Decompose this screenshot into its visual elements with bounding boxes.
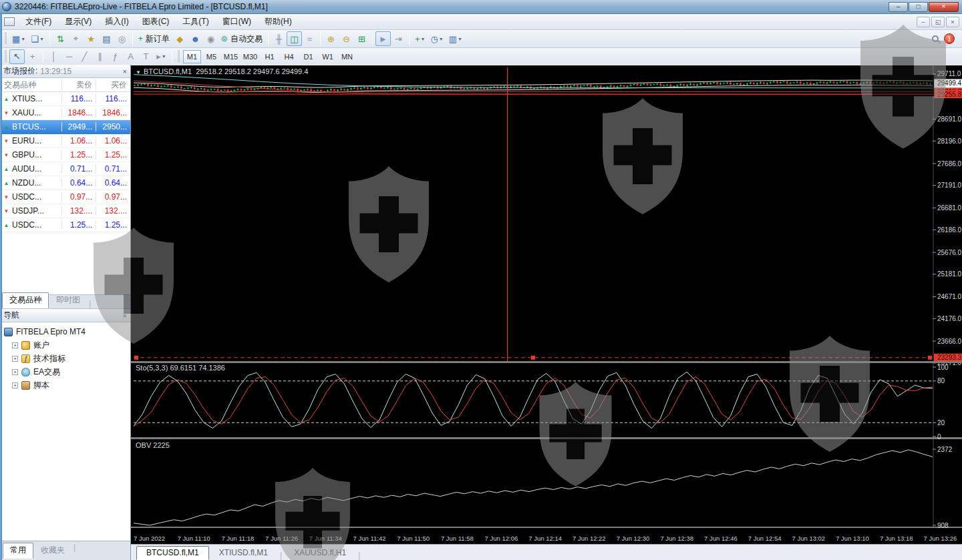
zoom-out-button[interactable]: ⊖ [339, 31, 354, 46]
expert-advisors-icon [21, 368, 30, 376]
vertical-line-button[interactable]: │ [46, 49, 61, 64]
toolbar-grip[interactable] [178, 51, 180, 63]
chart-tab-btcusd[interactable]: BTCUSD.fl,M1 [136, 546, 209, 560]
expand-icon[interactable]: + [12, 369, 18, 375]
timeframe-m5-button[interactable]: M5 [202, 50, 220, 63]
chart-window-icon [4, 17, 15, 26]
svg-text:7 Jun 11:18: 7 Jun 11:18 [221, 535, 254, 542]
market-watch-button[interactable]: ⇅ [53, 31, 68, 46]
table-row[interactable]: ▼EURU...1.06...1.06... [0, 134, 130, 148]
table-row[interactable]: ▲AUDU...0.71...0.71... [0, 162, 130, 176]
symbol-cell: XTIUS... [12, 94, 42, 103]
window-minimize-button[interactable]: – [889, 2, 908, 12]
table-row[interactable]: ▼GBPU...1.25...1.25... [0, 148, 130, 162]
timeframe-m1-button[interactable]: M1 [183, 50, 201, 63]
table-row[interactable]: ▼USDJP...132....132.... [0, 204, 130, 218]
timeframe-h4-button[interactable]: H4 [280, 50, 298, 63]
candlestick-button[interactable]: ◫ [287, 31, 302, 46]
arrows-tool-button[interactable]: ▸▼ [154, 49, 169, 64]
toolbar-grip[interactable] [5, 51, 7, 63]
chart-area[interactable]: 29711.028691.028196.027686.027191.026681… [131, 65, 962, 544]
profiles-button[interactable]: ❏▼ [28, 31, 47, 46]
close-icon[interactable]: × [123, 67, 127, 75]
svg-text:23293.3: 23293.3 [937, 354, 962, 361]
bar-chart-button[interactable]: ╫ [271, 31, 287, 46]
auto-scroll-button[interactable]: ► [375, 31, 391, 46]
table-row[interactable]: ▲USDC...1.25...1.25... [0, 218, 130, 232]
tree-item-scripts[interactable]: +脚本 [12, 378, 130, 392]
periods-button[interactable]: ◷▼ [428, 31, 446, 46]
tree-item-root[interactable]: FITBELA Epro MT4 [4, 325, 130, 338]
menu-view[interactable]: 显示(V) [58, 14, 98, 29]
templates-button[interactable]: ▥▼ [446, 31, 465, 46]
text-tool-button[interactable]: A [123, 49, 138, 64]
timeframe-mn-button[interactable]: MN [338, 50, 356, 63]
signals-button[interactable]: ◉ [203, 31, 218, 46]
navigator-button[interactable]: ★ [84, 31, 99, 46]
chart-shift-button[interactable]: ⇥ [391, 31, 406, 46]
tree-item-expert-advisors[interactable]: +EA交易 [12, 365, 130, 378]
ask-cell: 132.... [96, 206, 130, 216]
line-chart-button[interactable]: ≈ [302, 31, 317, 46]
table-row[interactable]: ▼XAUU...1846...1846... [0, 106, 130, 120]
column-bid[interactable]: 卖价 [61, 79, 96, 91]
text-label-button[interactable]: T [138, 49, 154, 64]
timeframe-m30-button[interactable]: M30 [241, 50, 259, 63]
horizontal-line-button[interactable]: ─ [61, 49, 77, 64]
tree-item-indicators[interactable]: +ƒ技术指标 [12, 352, 130, 365]
timeframe-m15-button[interactable]: M15 [222, 50, 240, 63]
terminal-button[interactable]: ▤ [99, 31, 114, 46]
column-symbol[interactable]: 交易品种 [0, 79, 61, 91]
chart-restore-button[interactable]: ◱ [931, 17, 945, 27]
crosshair-tool-button[interactable]: + [25, 49, 40, 64]
close-icon[interactable]: × [123, 312, 127, 320]
chart-tab-xauusd[interactable]: XAUUSD.fl,H1 [284, 546, 356, 560]
table-row-selected[interactable]: ▲BTCUS...2949...2950... [0, 120, 130, 134]
data-window-button[interactable]: ⌖ [68, 31, 84, 46]
table-row[interactable]: ▲NZDU...0.64...0.64... [0, 176, 130, 190]
window-maximize-button[interactable]: □ [909, 2, 928, 12]
chart-tab-xtiusd[interactable]: XTIUSD.fl,M1 [209, 546, 278, 560]
expand-icon[interactable]: + [12, 342, 18, 348]
column-ask[interactable]: 买价 [96, 79, 130, 91]
chart-close-button[interactable]: × [946, 17, 959, 27]
zoom-in-button[interactable]: ⊕ [323, 31, 339, 46]
tab-symbols[interactable]: 交易品种 [2, 292, 49, 308]
chart-canvas[interactable]: 29711.028691.028196.027686.027191.026681… [131, 65, 962, 545]
tree-item-accounts[interactable]: +账户 [12, 338, 130, 352]
menu-file[interactable]: 文件(F) [19, 14, 58, 29]
tab-common[interactable]: 常用 [3, 543, 33, 559]
chart-minimize-button[interactable]: – [917, 17, 930, 27]
new-chart-button[interactable]: ▦▼ [9, 31, 28, 46]
community-button[interactable]: ☻ [188, 31, 203, 46]
tab-favorites[interactable]: 收藏夹 [33, 543, 72, 559]
timeframe-h1-button[interactable]: H1 [261, 50, 279, 63]
strategy-tester-button[interactable]: ◎ [114, 31, 130, 46]
table-row[interactable]: ▲XTIUS...116....116.... [0, 92, 130, 106]
tab-tick-chart[interactable]: 即时图 [49, 292, 88, 308]
autotrading-button[interactable]: ⊚自动交易 [218, 31, 265, 46]
new-order-button[interactable]: +新订单 [136, 31, 172, 46]
menu-help[interactable]: 帮助(H) [258, 14, 299, 29]
expand-icon[interactable]: + [12, 356, 18, 362]
menu-tools[interactable]: 工具(T) [176, 14, 215, 29]
equidistant-channel-button[interactable]: ∥ [92, 49, 108, 64]
toolbar-grip[interactable] [5, 33, 7, 45]
menu-insert[interactable]: 插入(I) [98, 14, 135, 29]
search-icon[interactable] [932, 35, 939, 42]
table-row[interactable]: ▼USDC...0.97...0.97... [0, 190, 130, 204]
expand-icon[interactable]: + [12, 382, 18, 388]
notification-badge[interactable]: 1 [944, 33, 955, 44]
fibonacci-button[interactable]: ƒ [108, 49, 123, 64]
window-close-button[interactable]: × [929, 2, 959, 12]
timeframe-w1-button[interactable]: W1 [319, 50, 337, 63]
trendline-button[interactable]: ╱ [77, 49, 92, 64]
indicators-button[interactable]: +▼ [412, 31, 428, 46]
timeframe-d1-button[interactable]: D1 [299, 50, 317, 63]
metaeditor-button[interactable]: ◆ [172, 31, 188, 46]
menu-charts[interactable]: 图表(C) [136, 14, 176, 29]
stochastic-name: Sto(5,3,3) [136, 364, 168, 372]
cursor-tool-button[interactable]: ↖ [9, 49, 25, 64]
tile-windows-button[interactable]: ⊞ [354, 31, 369, 46]
menu-window[interactable]: 窗口(W) [216, 14, 258, 29]
